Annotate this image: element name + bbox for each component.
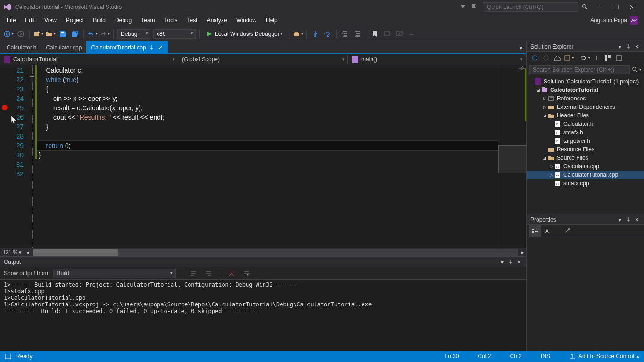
- tree-item[interactable]: htargetver.h: [527, 137, 644, 145]
- se-refresh-button[interactable]: ▾: [580, 53, 590, 63]
- code-line[interactable]: Calculator c;: [37, 66, 498, 75]
- indent-button[interactable]: [352, 28, 363, 40]
- props-wrench-button[interactable]: [562, 225, 573, 237]
- menu-help[interactable]: Help: [261, 15, 282, 25]
- tab-Calculator-cpp[interactable]: Calculator.cpp: [41, 41, 86, 53]
- output-wrap-button[interactable]: [241, 268, 252, 279]
- step-over-button[interactable]: [322, 28, 333, 40]
- props-dropdown-button[interactable]: ▾: [617, 216, 623, 223]
- nav-func-select[interactable]: main(): [348, 55, 526, 64]
- bookmark-button[interactable]: [369, 28, 380, 40]
- tree-item[interactable]: hstdafx.h: [527, 128, 644, 137]
- save-all-button[interactable]: [69, 28, 81, 40]
- nav-project-select[interactable]: CalculatorTutorial: [0, 55, 178, 64]
- se-collapse-button[interactable]: [591, 53, 602, 63]
- menu-edit[interactable]: Edit: [20, 15, 40, 25]
- se-search-input[interactable]: [529, 65, 630, 74]
- menu-tools[interactable]: Tools: [160, 15, 182, 25]
- zoom-select[interactable]: 121 % ▾: [0, 249, 25, 255]
- config-select[interactable]: Debug: [117, 29, 150, 39]
- code-line[interactable]: [37, 169, 498, 179]
- output-clear-button[interactable]: [226, 268, 237, 279]
- props-close-button[interactable]: ✕: [634, 216, 640, 223]
- menu-file[interactable]: File: [2, 15, 20, 25]
- expand-icon[interactable]: ◢: [535, 88, 541, 92]
- toolbox-button[interactable]: ▾: [292, 28, 304, 40]
- redo-button[interactable]: ▾: [99, 28, 110, 40]
- expand-icon[interactable]: ◢: [542, 113, 547, 118]
- avatar[interactable]: AP: [630, 16, 638, 25]
- search-icon[interactable]: [582, 4, 588, 10]
- tree-item[interactable]: ▷External Dependencies: [527, 103, 644, 111]
- tree-item[interactable]: Solution 'CalculatorTutorial' (1 project…: [527, 77, 644, 86]
- tree-item[interactable]: ◢Source Files: [527, 154, 644, 162]
- solution-tree[interactable]: Solution 'CalculatorTutorial' (1 project…: [527, 75, 644, 214]
- se-dropdown-button[interactable]: ▾: [617, 43, 623, 50]
- tree-item[interactable]: ◢CalculatorTutorial: [527, 86, 644, 94]
- outdent-button[interactable]: [339, 28, 351, 40]
- panel-pin-button[interactable]: [507, 259, 514, 265]
- props-alpha-button[interactable]: A↓: [543, 225, 554, 237]
- se-back-button[interactable]: [529, 53, 540, 63]
- se-pin-button[interactable]: [625, 43, 632, 50]
- se-close-button[interactable]: ✕: [634, 43, 640, 50]
- menu-project[interactable]: Project: [61, 15, 88, 25]
- code-body[interactable]: Calculator c; while (true) { cin >> x >>…: [37, 65, 498, 248]
- expand-icon[interactable]: ▷: [548, 173, 554, 177]
- nav-back-button[interactable]: ▾: [3, 28, 14, 40]
- menu-build[interactable]: Build: [88, 15, 110, 25]
- close-button[interactable]: [624, 1, 640, 13]
- tree-item[interactable]: ▷++CalculatorTutorial.cpp: [527, 171, 644, 179]
- breakpoint-icon[interactable]: [2, 105, 8, 110]
- quick-launch-input[interactable]: [484, 2, 578, 12]
- expand-icon[interactable]: ◢: [542, 156, 547, 160]
- start-debug-button[interactable]: Local Windows Debugger ▾: [203, 30, 286, 38]
- output-prev-button[interactable]: [188, 268, 199, 279]
- minimize-button[interactable]: [592, 1, 608, 13]
- close-icon[interactable]: [157, 45, 163, 50]
- nav-scope-select[interactable]: (Global Scope): [178, 55, 348, 64]
- nav-fwd-button[interactable]: [15, 28, 26, 40]
- code-line[interactable]: [37, 132, 498, 141]
- expand-icon[interactable]: ▷: [542, 105, 547, 109]
- code-line[interactable]: return 0;: [37, 141, 498, 150]
- menu-test[interactable]: Test: [182, 15, 202, 25]
- se-fwd-button[interactable]: [541, 53, 551, 63]
- tab-CalculatorTutorial-cpp[interactable]: CalculatorTutorial.cpp: [86, 41, 167, 53]
- panel-close-button[interactable]: ✕: [516, 259, 522, 265]
- code-line[interactable]: [37, 160, 498, 169]
- output-next-button[interactable]: [203, 268, 214, 279]
- output-source-select[interactable]: Build: [53, 269, 176, 278]
- se-properties-button[interactable]: [614, 53, 624, 63]
- scroll-left-button[interactable]: ◂: [25, 249, 31, 255]
- output-text[interactable]: 1>------ Build started: Project: Calcula…: [0, 280, 526, 351]
- minimap[interactable]: [498, 65, 526, 248]
- code-line[interactable]: result = c.Calculate(x, oper, y);: [37, 103, 498, 113]
- tasks-icon[interactable]: [5, 353, 11, 360]
- menu-window[interactable]: Window: [231, 15, 261, 25]
- horizontal-scrollbar[interactable]: [33, 249, 518, 256]
- code-line[interactable]: }: [37, 122, 498, 132]
- scroll-right-button[interactable]: ▸: [520, 249, 526, 255]
- code-editor[interactable]: 212223242526272829303132 − Calculator c;…: [0, 65, 498, 248]
- expand-icon[interactable]: ▷: [548, 164, 554, 169]
- menu-debug[interactable]: Debug: [110, 15, 136, 25]
- expand-icon[interactable]: ▷: [542, 96, 547, 101]
- save-button[interactable]: [57, 28, 68, 40]
- props-pin-button[interactable]: [625, 216, 632, 223]
- source-control-button[interactable]: Add to Source Control ▴: [569, 353, 639, 360]
- se-showall-button[interactable]: [603, 53, 613, 63]
- panel-dropdown-button[interactable]: ▾: [499, 259, 505, 265]
- breakpoint-gutter[interactable]: [0, 65, 9, 248]
- tree-item[interactable]: ▷++Calculator.cpp: [527, 162, 644, 171]
- more-button[interactable]: [406, 28, 417, 40]
- tree-item[interactable]: ◢Header Files: [527, 111, 644, 120]
- menu-analyze[interactable]: Analyze: [202, 15, 232, 25]
- se-sync-button[interactable]: ▾: [563, 53, 574, 63]
- tree-item[interactable]: Resource Files: [527, 145, 644, 154]
- comment-button[interactable]: [381, 28, 393, 40]
- open-file-button[interactable]: ▾: [45, 28, 56, 40]
- tab-Calculator-h[interactable]: Calculator.h: [2, 41, 41, 53]
- new-project-button[interactable]: ▾: [33, 28, 44, 40]
- platform-select[interactable]: x86: [153, 29, 196, 39]
